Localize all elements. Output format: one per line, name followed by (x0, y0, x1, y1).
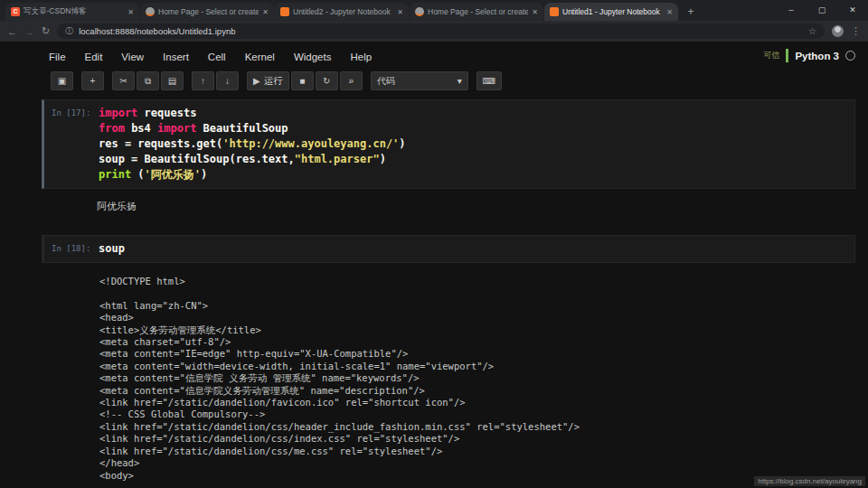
tab-title: Untitled1 - Jupyter Notebook (562, 7, 663, 16)
csdn-watermark: https://blog.csdn.net/ayouleyang (754, 476, 865, 486)
cut-cell-icon: ✂ (119, 76, 127, 86)
jupyter-toolbar: ▣+✂⧉▤↑↓▶运行■↻» 代码 ▾ ⌨ (0, 70, 868, 96)
code-token: import (99, 107, 137, 119)
close-window-button[interactable]: ✕ (837, 0, 868, 21)
browser-tab[interactable]: Untitled1 - Jupyter Notebook✕ (544, 3, 678, 21)
output-area-2: <!DOCTYPE html> <html lang="zh-CN"> <hea… (44, 276, 855, 482)
menu-kernel[interactable]: Kernel (245, 52, 275, 62)
code-token: ) (399, 137, 405, 150)
run-label: 运行 (264, 75, 283, 88)
browser-tab[interactable]: Untitled2 - Jupyter Notebook✕ (275, 3, 409, 21)
toolbar-buttons: ▣+✂⧉▤↑↓▶运行■↻» (51, 71, 363, 90)
minimize-button[interactable]: – (776, 0, 807, 21)
maximize-button[interactable]: ▢ (807, 0, 837, 21)
code-token: "html.parser" (295, 153, 380, 165)
code-line: soup = BeautifulSoup(res.text,"html.pars… (99, 152, 854, 167)
code-token: soup (99, 242, 125, 255)
tab-close-icon[interactable]: ✕ (532, 8, 538, 16)
url-text[interactable]: localhost:8888/notebooks/Untitled1.ipynb (79, 26, 803, 36)
csdn-favicon: C (11, 7, 20, 16)
toolbar-cut-cell-button[interactable]: ✂ (112, 71, 135, 90)
code-token: import (157, 122, 196, 135)
jupyter-home-favicon (415, 7, 424, 16)
browser-tab[interactable]: Home Page - Select or create✕ (140, 3, 274, 21)
move-cell-down-icon: ↓ (225, 76, 230, 86)
tab-close-icon[interactable]: ✕ (127, 8, 134, 16)
tab-close-icon[interactable]: ✕ (666, 8, 673, 16)
refresh-icon[interactable]: ↻ (42, 25, 50, 37)
kernel-name[interactable]: Python 3 (795, 51, 839, 61)
code-token: ) (201, 168, 207, 181)
browser-tab[interactable]: Home Page - Select or create✕ (410, 3, 543, 21)
menu-file[interactable]: File (49, 52, 66, 62)
save-icon: ▣ (58, 76, 66, 86)
trusted-badge: 可信 (763, 50, 779, 61)
window-controls: – ▢ ✕ (776, 0, 868, 21)
code-token: res = requests.get( (99, 137, 222, 150)
code-cell-2[interactable]: In [18]: soup (42, 235, 855, 263)
interrupt-kernel-icon: ■ (299, 76, 305, 86)
toolbar-add-cell-button[interactable]: + (81, 71, 104, 90)
output-area-1: 阿优乐扬 (44, 200, 855, 213)
new-tab-button[interactable]: + (679, 3, 703, 21)
menu-cell[interactable]: Cell (208, 52, 226, 62)
restart-kernel-icon: ↻ (323, 76, 330, 86)
toolbar-move-cell-up-button[interactable]: ↑ (192, 71, 214, 90)
site-info-icon[interactable]: ⓘ (65, 25, 73, 37)
jupyter-home-favicon (146, 7, 155, 16)
cell-type-value: 代码 (377, 75, 395, 88)
code-token: soup = BeautifulSoup(res.text, (99, 153, 295, 165)
toolbar-restart-run-all-button[interactable]: » (340, 71, 363, 90)
code-token: '阿优乐扬' (145, 168, 201, 181)
output-prompt-spacer (44, 200, 97, 213)
profile-avatar[interactable] (832, 25, 844, 37)
back-icon[interactable]: ← (7, 26, 17, 37)
code-cell-1[interactable]: In [17]: import requestsfrom bs4 import … (42, 99, 855, 189)
paste-cell-icon: ▤ (168, 76, 176, 86)
restart-run-all-icon: » (348, 76, 354, 86)
code-token: from (99, 122, 125, 135)
input-prompt: In [17]: (44, 106, 97, 183)
tab-title: Home Page - Select or create (158, 7, 259, 16)
forward-icon[interactable]: → (24, 26, 34, 37)
toolbar-interrupt-kernel-button[interactable]: ■ (291, 71, 314, 90)
copy-cell-icon: ⧉ (145, 76, 151, 87)
toolbar-paste-cell-button[interactable]: ▤ (161, 71, 184, 90)
code-line: import requests (99, 106, 854, 121)
menu-widgets[interactable]: Widgets (294, 52, 332, 62)
tab-close-icon[interactable]: ✕ (262, 8, 269, 16)
toolbar-save-button[interactable]: ▣ (51, 71, 73, 90)
cell-type-select[interactable]: 代码 ▾ (371, 71, 468, 90)
bookmark-star-icon[interactable]: ☆ (808, 26, 816, 36)
code-token: ) (380, 153, 386, 165)
notebook-area: In [17]: import requestsfrom bs4 import … (0, 96, 868, 482)
keyboard-icon: ⌨ (483, 76, 495, 86)
address-bar: ← → ↻ ⓘ localhost:8888/notebooks/Untitle… (0, 21, 868, 42)
code-editor[interactable]: soup (97, 241, 854, 257)
jupyter-menubar: FileEditViewInsertCellKernelWidgetsHelp … (0, 42, 868, 70)
code-line: from bs4 import BeautifulSoup (99, 121, 854, 136)
tab-strip: C写文章-CSDN博客✕Home Page - Select or create… (0, 3, 679, 21)
browser-titlebar: C写文章-CSDN博客✕Home Page - Select or create… (0, 0, 868, 21)
jupyter-nb-favicon (280, 7, 289, 16)
toolbar-run-button[interactable]: ▶运行 (247, 71, 289, 90)
browser-menu-icon[interactable]: ⋮ (851, 25, 861, 37)
tab-close-icon[interactable]: ✕ (397, 8, 403, 16)
menu-insert[interactable]: Insert (163, 52, 189, 62)
code-editor[interactable]: import requestsfrom bs4 import Beautiful… (97, 106, 854, 183)
menu-edit[interactable]: Edit (85, 52, 103, 62)
toolbar-copy-cell-button[interactable]: ⧉ (137, 71, 159, 90)
tab-title: 写文章-CSDN博客 (24, 6, 124, 17)
code-token: ( (131, 168, 144, 181)
input-prompt: In [18]: (44, 241, 97, 257)
toolbar-restart-kernel-button[interactable]: ↻ (316, 71, 338, 90)
omnibox[interactable]: ⓘ localhost:8888/notebooks/Untitled1.ipy… (57, 23, 825, 39)
command-palette-button[interactable]: ⌨ (476, 71, 502, 90)
menu-help[interactable]: Help (350, 52, 372, 62)
kernel-divider (786, 49, 788, 62)
code-line: soup (99, 241, 854, 257)
browser-tab[interactable]: C写文章-CSDN博客✕ (5, 3, 139, 21)
toolbar-move-cell-down-button[interactable]: ↓ (216, 71, 239, 90)
menu-items: FileEditViewInsertCellKernelWidgetsHelp (49, 48, 391, 64)
menu-view[interactable]: View (121, 52, 144, 62)
